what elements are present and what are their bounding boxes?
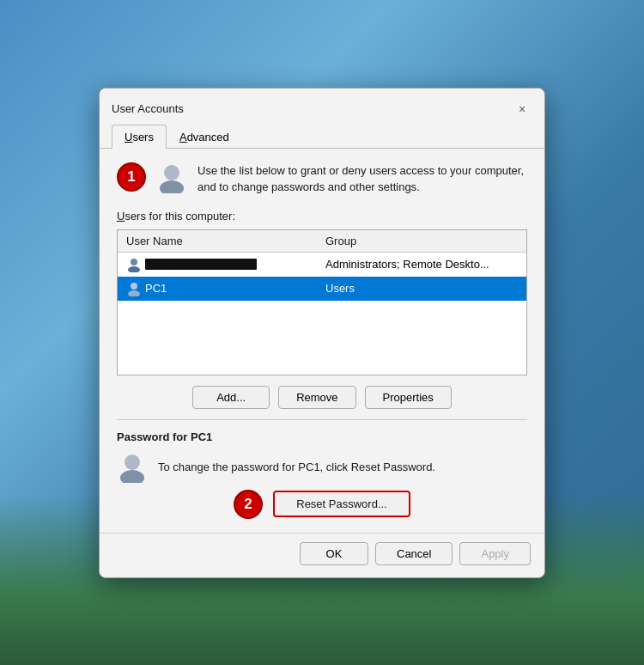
step-badge-2: 2 [234,490,263,519]
close-button[interactable]: × [512,99,532,119]
intro-text: Use the list below to grant or deny user… [197,162,524,196]
cell-username-2: PC1 [123,278,322,299]
svg-point-5 [128,290,140,296]
table-row[interactable]: PC1 Users [118,277,526,301]
svg-point-1 [160,180,184,193]
dialog-title: User Accounts [112,102,184,115]
user-icon-area [156,162,187,193]
cell-group-2: Users [322,279,521,297]
user-row-icon-1 [126,257,142,272]
reset-password-button[interactable]: Reset Password... [273,491,410,517]
dialog-footer: OK Cancel Apply [100,533,544,577]
user-row-icon-2 [126,281,142,296]
password-description: To change the password for PC1, click Re… [158,461,527,473]
password-user-icon [117,452,148,483]
dialog-overlay: User Accounts × Users Advanced 1 [0,0,644,665]
password-section: Password for PC1 To change the password … [117,419,527,519]
svg-point-0 [164,165,179,180]
list-header: User Name Group [118,230,526,253]
cell-username-1 [123,254,322,275]
users-section-label: Users for this computer: [117,210,527,223]
tab-advanced-label: Advanced [179,131,229,143]
dialog-content: 1 Use the list below to grant or deny us… [100,149,544,533]
apply-button[interactable]: Apply [459,542,531,565]
username-pc1: PC1 [145,282,167,295]
tab-users-label: Users [125,131,154,143]
intro-section: 1 Use the list below to grant or deny us… [117,162,527,196]
cell-group-1: Administrators; Remote Deskto... [322,255,521,273]
title-bar: User Accounts × [100,88,544,121]
tab-advanced[interactable]: Advanced [167,125,242,149]
add-button[interactable]: Add... [192,386,270,409]
svg-point-4 [131,283,137,290]
password-row: To change the password for PC1, click Re… [117,452,527,483]
user-icon-sm [156,162,187,193]
user-avatar-icon [156,162,187,193]
ok-button[interactable]: OK [300,542,368,565]
col-group: Group [322,233,521,249]
user-accounts-dialog: User Accounts × Users Advanced 1 [99,88,545,578]
remove-button[interactable]: Remove [278,386,355,409]
password-user-avatar-icon [117,452,148,483]
tab-users[interactable]: Users [112,125,167,149]
action-buttons: Add... Remove Properties [117,386,527,409]
tab-bar: Users Advanced [100,125,544,149]
cancel-button[interactable]: Cancel [375,542,453,565]
svg-point-3 [128,266,140,272]
svg-point-6 [125,455,140,470]
reset-area: 2 Reset Password... [117,490,527,519]
svg-point-2 [131,259,137,265]
properties-button[interactable]: Properties [365,386,452,409]
col-username: User Name [123,233,322,249]
step-badge-1: 1 [117,162,146,192]
table-row[interactable]: Administrators; Remote Deskto... [118,253,526,277]
user-list[interactable]: User Name Group Administrators; Remote D… [117,229,527,375]
password-section-title: Password for PC1 [117,430,527,443]
svg-point-7 [120,470,144,483]
redacted-username [145,259,257,270]
